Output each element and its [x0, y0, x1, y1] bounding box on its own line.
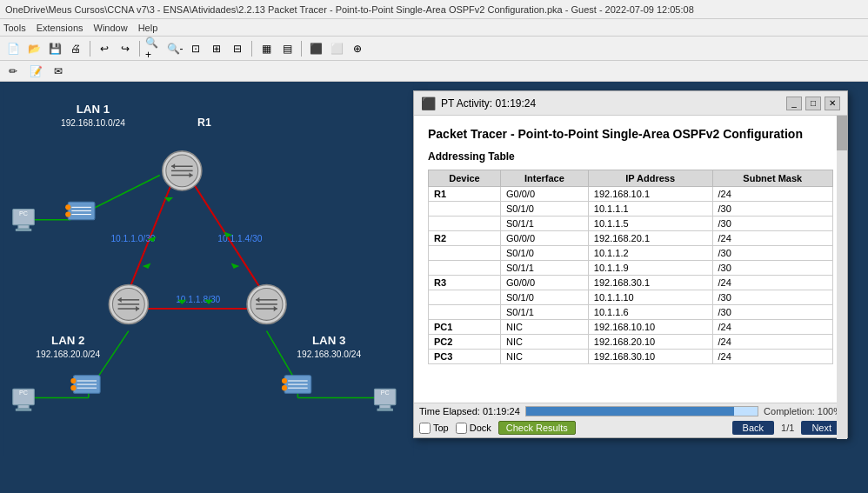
- svg-text:LAN 3: LAN 3: [312, 334, 345, 347]
- redo-btn[interactable]: ↪: [116, 39, 135, 58]
- cell-device: PC2: [429, 335, 501, 350]
- settings-btn[interactable]: ⊕: [348, 39, 367, 58]
- cell-mask: /24: [712, 187, 832, 202]
- draw-pen[interactable]: ✏: [3, 62, 23, 81]
- cell-interface: S0/1/1: [501, 217, 589, 231]
- addressing-table: Device Interface IP Address Subnet Mask …: [428, 170, 833, 364]
- zoom-in-btn[interactable]: 🔍+: [144, 39, 164, 58]
- cell-device: [429, 246, 501, 261]
- menu-extensions[interactable]: Extensions: [37, 23, 83, 33]
- cell-interface: S0/1/0: [501, 202, 589, 217]
- undo-btn[interactable]: ↩: [95, 39, 114, 58]
- zoom-out-btn[interactable]: 🔍-: [165, 39, 184, 58]
- menu-help[interactable]: Help: [138, 23, 158, 33]
- time-elapsed-text: Time Elapsed: 01:19:24: [419, 406, 520, 416]
- cell-ip: 192.168.10.1: [588, 187, 712, 202]
- sep4: [301, 41, 302, 57]
- svg-rect-71: [18, 405, 29, 409]
- cell-interface: G0/0/0: [501, 187, 589, 202]
- cell-ip: 10.1.1.9: [588, 261, 712, 276]
- table-row: S0/1/010.1.1.10/30: [429, 290, 833, 305]
- back-button[interactable]: Back: [732, 421, 774, 435]
- cell-interface: G0/0/0: [501, 231, 589, 246]
- menu-window[interactable]: Window: [94, 23, 128, 33]
- cell-ip: 10.1.1.10: [588, 290, 712, 305]
- col-mask: Subnet Mask: [712, 170, 832, 187]
- save-btn[interactable]: 💾: [45, 39, 64, 58]
- zoom-actual-btn[interactable]: ⊞: [207, 39, 226, 58]
- sep2: [139, 41, 140, 57]
- svg-point-53: [65, 211, 70, 217]
- cell-ip: 192.168.20.1: [588, 231, 712, 246]
- cell-interface: S0/1/1: [501, 261, 589, 276]
- table-row: S0/1/110.1.1.9/30: [429, 261, 833, 276]
- cell-interface: NIC: [501, 350, 589, 364]
- open-btn[interactable]: 📂: [24, 39, 43, 58]
- cell-mask: /24: [712, 231, 832, 246]
- cell-mask: /30: [712, 261, 832, 276]
- title-text: OneDrive\Meus Cursos\CCNA v7\3 - ENSA\At…: [5, 4, 694, 15]
- cell-ip: 10.1.1.6: [588, 305, 712, 320]
- table-row: PC3NIC192.168.30.10/24: [429, 350, 833, 364]
- toolbar2: ✏ 📝 ✉: [0, 61, 868, 82]
- cell-ip: 10.1.1.5: [588, 217, 712, 231]
- dock-checkbox[interactable]: [456, 423, 467, 434]
- cell-device: PC1: [429, 320, 501, 335]
- zoom-custom-btn[interactable]: ⊟: [228, 39, 247, 58]
- svg-point-65: [282, 385, 287, 390]
- table-row: R2G0/0/0192.168.20.1/24: [429, 231, 833, 246]
- dialog-title-bar: ⬛ PT Activity: 01:19:24 _ □ ✕: [414, 91, 847, 116]
- cell-mask: /24: [712, 276, 832, 290]
- top-checkbox-group: Top: [419, 423, 449, 434]
- cell-interface: S0/1/1: [501, 305, 589, 320]
- completion-text: Completion: 100%: [764, 406, 842, 416]
- page-indicator: 1/1: [781, 423, 794, 433]
- cell-device: R1: [429, 187, 501, 202]
- dock-checkbox-group: Dock: [456, 423, 491, 434]
- cell-device: [429, 261, 501, 276]
- svg-rect-67: [18, 225, 29, 229]
- top-checkbox[interactable]: [419, 423, 431, 434]
- cell-device: [429, 305, 501, 320]
- svg-text:R1: R1: [197, 117, 211, 129]
- new-btn[interactable]: 📄: [3, 39, 23, 58]
- dialog-title-left: ⬛ PT Activity: 01:19:24: [421, 97, 536, 110]
- svg-text:PC: PC: [381, 390, 390, 396]
- svg-text:10.1.1.0/30: 10.1.1.0/30: [110, 234, 155, 243]
- sep3: [251, 41, 252, 57]
- next-button[interactable]: Next: [801, 421, 842, 435]
- table-btn[interactable]: ▤: [277, 39, 297, 58]
- table-row: S0/1/110.1.1.6/30: [429, 305, 833, 320]
- print-btn[interactable]: 🖨: [66, 39, 85, 58]
- zoom-fit-btn[interactable]: ⊡: [186, 39, 205, 58]
- table-row: S0/1/110.1.1.5/30: [429, 217, 833, 231]
- draw-note[interactable]: 📝: [26, 62, 45, 81]
- cell-device: R3: [429, 276, 501, 290]
- svg-point-64: [282, 378, 287, 383]
- draw-mail[interactable]: ✉: [49, 62, 68, 81]
- table-row: S0/1/010.1.1.2/30: [429, 246, 833, 261]
- svg-text:LAN 2: LAN 2: [51, 334, 84, 347]
- scrollbar-thumb[interactable]: [837, 116, 847, 150]
- maximize-button[interactable]: □: [805, 97, 821, 110]
- table-row: PC1NIC192.168.10.10/24: [429, 320, 833, 335]
- svg-point-58: [70, 378, 76, 383]
- dialog-heading: Packet Tracer - Point-to-Point Single-Ar…: [428, 126, 833, 142]
- cell-ip: 10.1.1.1: [588, 202, 712, 217]
- menu-tools[interactable]: Tools: [3, 23, 26, 33]
- table-row: R1G0/0/0192.168.10.1/24: [429, 187, 833, 202]
- network-btn[interactable]: ⬛: [306, 39, 325, 58]
- svg-text:PC: PC: [19, 210, 28, 217]
- config-btn[interactable]: ⬜: [327, 39, 346, 58]
- close-button[interactable]: ✕: [825, 97, 840, 110]
- check-results-button[interactable]: Check Results: [498, 421, 576, 435]
- svg-rect-76: [377, 409, 393, 411]
- svg-text:192.168.10.0/24: 192.168.10.0/24: [61, 118, 125, 128]
- table-row: S0/1/010.1.1.1/30: [429, 202, 833, 217]
- cell-interface: S0/1/0: [501, 246, 589, 261]
- dialog-scrollbar[interactable]: [837, 116, 847, 439]
- cell-device: [429, 202, 501, 217]
- minimize-button[interactable]: _: [786, 97, 802, 110]
- palette-btn[interactable]: ▦: [257, 39, 276, 58]
- progress-bar-bg: [525, 406, 758, 416]
